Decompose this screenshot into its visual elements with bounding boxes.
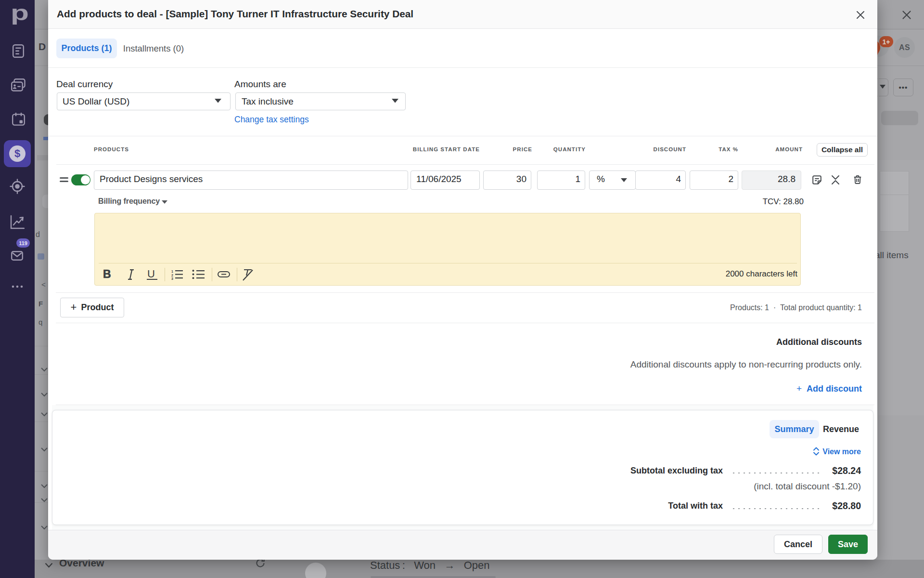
svg-text:2: 2 — [171, 274, 173, 277]
svg-text:3: 3 — [171, 277, 173, 280]
svg-text:1: 1 — [171, 270, 173, 273]
